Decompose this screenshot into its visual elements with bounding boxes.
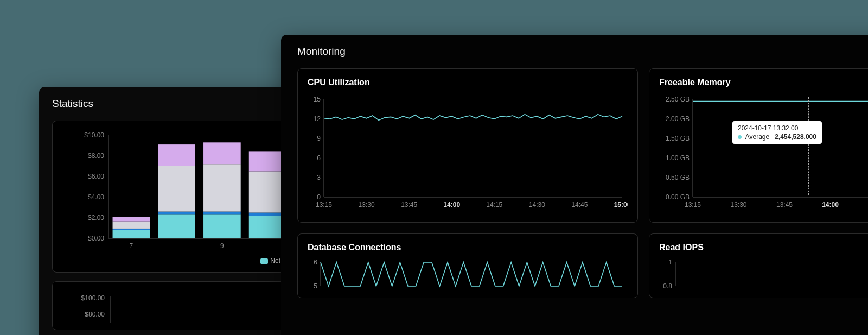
legend-row: Net: [62, 257, 280, 264]
svg-text:0.8: 0.8: [663, 282, 672, 289]
svg-text:13:30: 13:30: [730, 201, 746, 208]
memory-panel: Freeable Memory 0.00 GB0.50 GB1.00 GB1.5…: [649, 68, 868, 223]
svg-text:6: 6: [314, 259, 317, 266]
svg-text:3: 3: [317, 174, 321, 181]
panel-title: CPU Utilization: [308, 78, 628, 87]
svg-text:13:45: 13:45: [776, 201, 793, 208]
svg-rect-16: [158, 144, 195, 166]
tooltip-value: 2,454,528,000: [775, 133, 816, 141]
db-line-chart[interactable]: 56: [308, 259, 628, 289]
read-iops-panel: Read IOPS 0.81: [649, 233, 868, 298]
svg-text:13:45: 13:45: [401, 201, 417, 208]
svg-rect-15: [158, 166, 195, 212]
ytick-label: $100.00: [81, 294, 105, 302]
db-connections-panel: Database Connections 56: [297, 233, 638, 298]
memory-line-chart[interactable]: 0.00 GB0.50 GB1.00 GB1.50 GB2.00 GB2.50 …: [659, 94, 868, 213]
svg-text:2.50 GB: 2.50 GB: [666, 96, 690, 103]
svg-text:13:15: 13:15: [685, 201, 701, 208]
svg-text:6: 6: [317, 154, 321, 162]
svg-text:13:15: 13:15: [316, 201, 332, 208]
monitoring-window: Monitoring CPU Utilization 0369121513:15…: [281, 35, 868, 335]
svg-rect-9: [113, 229, 150, 230]
svg-text:14:00: 14:00: [443, 201, 460, 208]
panel-title: Freeable Memory: [659, 78, 868, 87]
svg-text:12: 12: [314, 115, 321, 123]
svg-rect-19: [203, 164, 241, 211]
chart-tooltip: 2024-10-17 13:32:00 Average 2,454,528,00…: [732, 121, 822, 144]
legend-swatch-icon: [260, 258, 268, 264]
statistics-bar-panel: $0.00$2.00$4.00$6.00$8.00$10.0079 Net: [52, 121, 291, 273]
svg-text:14:15: 14:15: [486, 201, 502, 208]
svg-text:0: 0: [317, 193, 321, 201]
stacked-bar-chart[interactable]: $0.00$2.00$4.00$6.00$8.00$10.0079: [62, 130, 280, 255]
svg-text:15:00: 15:00: [614, 201, 628, 208]
statistics-lower-panel: $100.00 $80.00: [52, 281, 291, 330]
svg-rect-17: [203, 214, 241, 238]
svg-text:14:00: 14:00: [822, 201, 839, 208]
window-title: Monitoring: [297, 46, 868, 58]
hover-vertical-line: [808, 97, 809, 195]
cpu-line-chart[interactable]: 0369121513:1513:3013:4514:0014:1514:3014…: [308, 94, 628, 213]
svg-rect-10: [113, 222, 150, 229]
svg-text:$0.00: $0.00: [88, 235, 104, 242]
svg-text:$6.00: $6.00: [88, 173, 104, 180]
svg-text:$10.00: $10.00: [84, 131, 104, 139]
tooltip-series-label: Average: [745, 133, 769, 141]
svg-text:7: 7: [130, 242, 133, 250]
svg-text:5: 5: [314, 282, 317, 289]
svg-rect-8: [113, 230, 150, 238]
svg-rect-11: [113, 217, 150, 222]
svg-text:9: 9: [220, 242, 224, 250]
tooltip-timestamp: 2024-10-17 13:32:00: [738, 124, 816, 132]
svg-text:$2.00: $2.00: [88, 214, 104, 222]
svg-text:13:30: 13:30: [359, 201, 375, 208]
svg-text:2.00 GB: 2.00 GB: [666, 115, 690, 123]
svg-text:1: 1: [668, 259, 672, 266]
legend-label-fragment: Net: [270, 257, 280, 264]
panel-title: Database Connections: [308, 243, 628, 252]
svg-text:0.00 GB: 0.00 GB: [666, 193, 690, 201]
svg-rect-20: [203, 142, 241, 164]
svg-text:$8.00: $8.00: [88, 152, 104, 160]
cpu-panel: CPU Utilization 0369121513:1513:3013:451…: [297, 68, 638, 223]
svg-rect-14: [158, 212, 195, 215]
svg-rect-18: [203, 212, 241, 215]
tooltip-color-dot-icon: [738, 135, 742, 139]
svg-text:0.50 GB: 0.50 GB: [666, 174, 690, 181]
svg-text:15: 15: [314, 96, 321, 103]
svg-text:14:30: 14:30: [529, 201, 545, 208]
svg-text:9: 9: [317, 135, 321, 142]
iops-line-chart[interactable]: 0.81: [659, 259, 868, 289]
ytick-label: $80.00: [85, 311, 105, 318]
svg-text:1.50 GB: 1.50 GB: [666, 135, 690, 142]
svg-text:14:45: 14:45: [571, 201, 588, 208]
svg-text:$4.00: $4.00: [88, 193, 104, 201]
panel-title: Read IOPS: [659, 243, 868, 252]
svg-rect-13: [158, 214, 195, 238]
svg-text:1.00 GB: 1.00 GB: [666, 154, 690, 162]
